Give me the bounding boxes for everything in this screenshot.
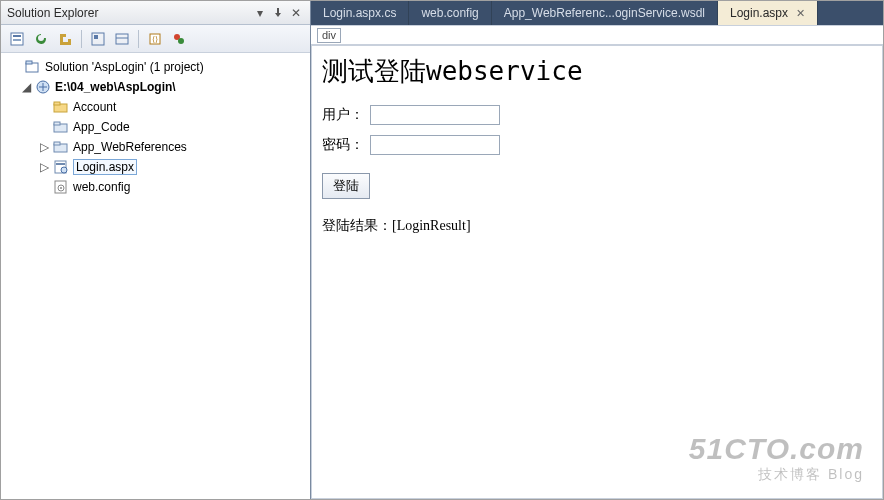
tree-label: Solution 'AspLogin' (1 project) (45, 60, 204, 74)
view-code-icon[interactable]: ⟨⟩ (145, 29, 165, 49)
svg-rect-5 (116, 34, 128, 44)
svg-point-21 (61, 167, 67, 173)
expander-closed-icon[interactable]: ▷ (37, 160, 51, 174)
login-button[interactable]: 登陆 (322, 173, 370, 199)
tree-item-app-code[interactable]: App_Code (5, 117, 310, 137)
expander-closed-icon[interactable]: ▷ (37, 140, 51, 154)
solution-icon (25, 59, 41, 75)
panel-title: Solution Explorer (7, 6, 250, 20)
toolbar-separator (81, 30, 82, 48)
project-icon (35, 79, 51, 95)
password-label: 密码： (322, 136, 370, 154)
solution-tree[interactable]: Solution 'AspLogin' (1 project) ◢ E:\04_… (1, 53, 310, 499)
blank-expander (37, 180, 51, 194)
expander-open-icon[interactable]: ◢ (19, 80, 33, 94)
refresh-icon[interactable] (31, 29, 51, 49)
password-input[interactable] (370, 135, 500, 155)
tab-login-aspx-cs[interactable]: Login.aspx.cs (311, 1, 409, 25)
toolbar-separator (138, 30, 139, 48)
tab-app-webreferenc-oginservice-wsdl[interactable]: App_WebReferenc...oginService.wsdl (492, 1, 718, 25)
tree-item-app-webreferences[interactable]: ▷App_WebReferences (5, 137, 310, 157)
panel-header: Solution Explorer ▾ ✕ (1, 1, 310, 25)
svg-rect-2 (13, 39, 21, 41)
user-input[interactable] (370, 105, 500, 125)
pin-icon[interactable] (270, 5, 286, 21)
tab-label: Login.aspx (730, 6, 788, 20)
tree-label: Login.aspx (73, 159, 137, 175)
svg-rect-18 (54, 142, 60, 145)
close-icon[interactable]: ✕ (796, 7, 805, 20)
login-result-row: 登陆结果：[LoginResult] (322, 217, 872, 235)
document-area: Login.aspx.csweb.configApp_WebReferenc..… (311, 1, 883, 499)
tree-project-node[interactable]: ◢ E:\04_web\AspLogin\ (5, 77, 310, 97)
close-icon[interactable]: ✕ (288, 5, 304, 21)
sync-icon[interactable] (112, 29, 132, 49)
blank-expander (37, 120, 51, 134)
tree-label: E:\04_web\AspLogin\ (55, 80, 176, 94)
nest-icon[interactable] (55, 29, 75, 49)
blank-expander (37, 100, 51, 114)
user-label: 用户： (322, 106, 370, 124)
folder-icon (53, 99, 69, 115)
watermark: 51CTO.com 技术博客 Blog (689, 432, 864, 484)
window-position-icon[interactable]: ▾ (252, 5, 268, 21)
properties-icon[interactable] (7, 29, 27, 49)
folder-ref-icon (53, 139, 69, 155)
svg-rect-20 (56, 163, 65, 165)
tree-label: App_WebReferences (73, 140, 187, 154)
page-title: 测试登陆webservice (322, 54, 872, 89)
svg-rect-4 (94, 35, 98, 39)
svg-rect-1 (13, 35, 21, 37)
svg-text:⟨⟩: ⟨⟩ (152, 35, 158, 44)
svg-point-24 (60, 187, 62, 189)
tree-solution-node[interactable]: Solution 'AspLogin' (1 project) (5, 57, 310, 77)
tab-web-config[interactable]: web.config (409, 1, 491, 25)
tree-item-web-config[interactable]: web.config (5, 177, 310, 197)
designer-surface[interactable]: 测试登陆webservice 用户： 密码： 登陆 登陆结果：[LoginRes… (311, 45, 883, 499)
tab-label: web.config (421, 6, 478, 20)
blank-expander (9, 60, 23, 74)
svg-rect-16 (54, 122, 60, 125)
tree-item-login-aspx[interactable]: ▷Login.aspx (5, 157, 310, 177)
tree-label: App_Code (73, 120, 130, 134)
tab-login-aspx[interactable]: Login.aspx✕ (718, 1, 818, 25)
tab-label: App_WebReferenc...oginService.wsdl (504, 6, 705, 20)
result-prefix: 登陆结果： (322, 218, 392, 233)
aspx-icon (53, 159, 69, 175)
config-icon (53, 179, 69, 195)
result-placeholder: [LoginResult] (392, 218, 471, 233)
designer-breadcrumb: div (311, 25, 883, 45)
view-designer-icon[interactable] (169, 29, 189, 49)
svg-rect-11 (26, 61, 32, 64)
tree-label: web.config (73, 180, 130, 194)
show-all-icon[interactable] (88, 29, 108, 49)
tree-label: Account (73, 100, 116, 114)
solution-explorer-panel: Solution Explorer ▾ ✕ (1, 1, 311, 499)
tree-item-account[interactable]: Account (5, 97, 310, 117)
document-tabs: Login.aspx.csweb.configApp_WebReferenc..… (311, 1, 883, 25)
tab-label: Login.aspx.cs (323, 6, 396, 20)
svg-rect-14 (54, 102, 60, 105)
breadcrumb-chip[interactable]: div (317, 28, 341, 43)
folder-ref-icon (53, 119, 69, 135)
svg-point-9 (178, 38, 184, 44)
panel-toolbar: ⟨⟩ (1, 25, 310, 53)
